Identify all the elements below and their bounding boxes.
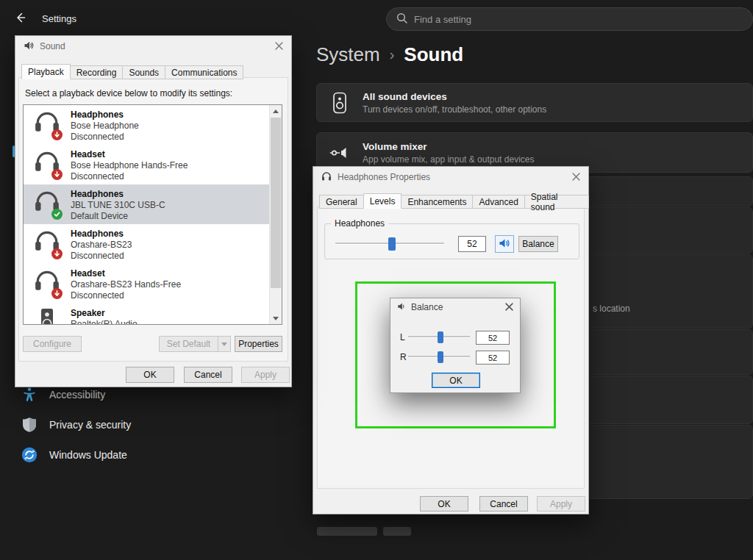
right-channel-label: R <box>400 352 407 362</box>
tab-spatial-sound[interactable]: Spatial sound <box>524 195 589 209</box>
device-name: Headphones <box>71 189 165 200</box>
settings-window: Settings System › Sound All sound device… <box>0 0 753 560</box>
right-balance-value[interactable]: 52 <box>476 351 510 365</box>
default-device-badge-icon <box>51 209 63 220</box>
device-name: Headphones <box>71 229 132 240</box>
set-default-button[interactable]: Set Default <box>159 336 218 352</box>
device-row[interactable]: Headset Orashare-BS23 Hands-Free Disconn… <box>24 264 282 304</box>
dialog-titlebar[interactable]: Balance <box>390 298 520 316</box>
playback-instruction: Select a playback device below to modify… <box>25 88 232 98</box>
tab-general[interactable]: General <box>319 195 364 209</box>
page-title: Sound <box>404 43 463 66</box>
scroll-down-icon[interactable] <box>270 312 282 324</box>
headset-icon <box>31 149 63 182</box>
sidebar-item-label: Privacy & security <box>49 419 131 431</box>
device-row[interactable]: Speaker Realtek(R) Audio <box>24 304 282 325</box>
back-arrow-icon <box>14 11 27 27</box>
properties-button[interactable]: Properties <box>235 336 282 352</box>
close-button[interactable] <box>568 171 583 184</box>
balance-button[interactable]: Balance <box>518 236 558 252</box>
tab-enhancements[interactable]: Enhancements <box>401 195 473 209</box>
accessibility-icon <box>21 387 38 403</box>
sidebar-item-label: Accessibility <box>49 389 105 401</box>
device-row[interactable]: Headphones Orashare-BS23 Disconnected <box>24 224 282 264</box>
sidebar-item-windows-update[interactable]: Windows Update <box>21 442 127 468</box>
settings-row-all-sound-devices[interactable]: All sound devices Turn devices on/off, t… <box>316 83 753 122</box>
headphones-icon <box>31 110 63 142</box>
speaker-device-icon <box>31 308 63 325</box>
device-desc: Orashare-BS23 <box>71 240 132 251</box>
scrollbar-thumb[interactable] <box>271 118 281 288</box>
partial-text-fragment <box>383 527 411 536</box>
search-input[interactable] <box>414 14 743 25</box>
device-row-selected[interactable]: Headphones JBL TUNE 310C USB-C Default D… <box>24 184 282 224</box>
disconnected-badge-icon <box>51 129 63 140</box>
volume-slider[interactable] <box>335 236 444 252</box>
row-subtitle: Turn devices on/off, troubleshoot, other… <box>363 104 546 115</box>
tab-recording[interactable]: Recording <box>70 65 124 79</box>
disconnected-badge-icon <box>51 169 63 180</box>
sidebar-item-privacy-security[interactable]: Privacy & security <box>21 412 131 438</box>
breadcrumb-system[interactable]: System <box>316 43 380 66</box>
right-balance-slider[interactable] <box>408 351 470 363</box>
right-slider-thumb[interactable] <box>438 351 443 363</box>
list-scrollbar[interactable] <box>269 105 282 324</box>
left-slider-thumb[interactable] <box>438 331 443 343</box>
close-icon <box>275 42 283 52</box>
scroll-up-icon[interactable] <box>270 105 282 117</box>
device-name: Speaker <box>71 308 138 319</box>
dialog-title: Balance <box>411 302 443 312</box>
shield-icon <box>21 417 38 433</box>
search-box[interactable] <box>386 7 753 31</box>
mute-button[interactable] <box>495 235 514 253</box>
headphones-group-label: Headphones <box>331 218 388 229</box>
ok-button[interactable]: OK <box>432 373 480 388</box>
close-button[interactable] <box>271 40 286 54</box>
breadcrumb-separator: › <box>390 46 395 63</box>
back-button[interactable] <box>10 10 31 29</box>
tab-levels[interactable]: Levels <box>363 193 402 209</box>
device-name: Headset <box>71 149 188 160</box>
dialog-titlebar[interactable]: Headphones Properties <box>313 167 588 187</box>
device-desc: Orashare-BS23 Hands-Free <box>71 279 181 290</box>
volume-mixer-icon <box>329 144 350 162</box>
tab-playback[interactable]: Playback <box>21 64 71 79</box>
apply-button[interactable]: Apply <box>241 367 290 383</box>
headset-icon <box>31 268 63 301</box>
device-status: Disconnected <box>71 290 181 301</box>
sidebar-item-label: Windows Update <box>49 449 127 461</box>
dialog-title: Headphones Properties <box>338 172 430 182</box>
headphones-icon <box>31 229 63 261</box>
dialog-titlebar[interactable]: Sound <box>15 36 291 57</box>
windows-update-icon <box>21 447 38 463</box>
ok-button[interactable]: OK <box>420 496 468 511</box>
properties-tabs: General Levels Enhancements Advanced Spa… <box>319 193 588 209</box>
sound-dialog: Sound Playback Recording Sounds Communic… <box>15 35 292 387</box>
apply-button[interactable]: Apply <box>537 496 585 511</box>
set-default-dropdown-icon[interactable] <box>218 336 231 352</box>
device-desc: JBL TUNE 310C USB-C <box>71 200 165 211</box>
cancel-button[interactable]: Cancel <box>184 367 232 383</box>
tab-communications[interactable]: Communications <box>165 65 243 79</box>
close-button[interactable] <box>502 301 516 315</box>
ok-button[interactable]: OK <box>126 367 174 383</box>
row-title: Volume mixer <box>363 141 534 152</box>
speaker-icon <box>397 302 406 313</box>
left-balance-value[interactable]: 52 <box>476 331 510 345</box>
row-subtitle: App volume mix, app input & output devic… <box>363 154 534 165</box>
device-status: Disconnected <box>71 171 188 182</box>
cancel-button[interactable]: Cancel <box>479 496 528 511</box>
left-balance-slider[interactable] <box>408 331 470 343</box>
configure-button[interactable]: Configure <box>23 336 82 352</box>
breadcrumb: System › Sound <box>316 43 463 66</box>
tab-advanced[interactable]: Advanced <box>472 195 524 209</box>
volume-value-input[interactable]: 52 <box>458 236 486 252</box>
disconnected-badge-icon <box>51 288 63 299</box>
device-row[interactable]: Headset Bose Headphone Hands-Free Discon… <box>24 145 282 184</box>
device-row[interactable]: Headphones Bose Headphone Disconnected <box>24 105 282 145</box>
device-desc: Bose Headphone <box>71 121 139 132</box>
volume-slider-thumb[interactable] <box>388 237 396 251</box>
tab-sounds[interactable]: Sounds <box>122 65 165 79</box>
search-icon <box>396 12 407 26</box>
disconnected-badge-icon <box>51 248 63 259</box>
